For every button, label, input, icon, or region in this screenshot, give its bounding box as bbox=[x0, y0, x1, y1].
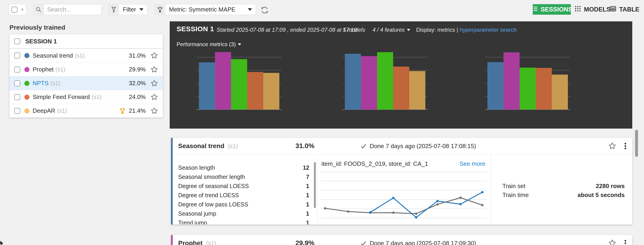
list-icon bbox=[531, 5, 538, 14]
param-label: Trend jump bbox=[178, 220, 207, 225]
model-row-prophet[interactable]: Prophet(s1)29.9% bbox=[10, 62, 163, 76]
tab-models[interactable]: MODELS bbox=[574, 4, 611, 15]
see-more-link[interactable]: See more bbox=[452, 160, 485, 167]
model-color-dot bbox=[24, 108, 30, 113]
bar-prophet[interactable] bbox=[361, 56, 377, 110]
bar-prophet[interactable] bbox=[504, 52, 520, 110]
data-point bbox=[436, 203, 439, 206]
star-icon[interactable] bbox=[150, 79, 158, 87]
filter-icon bbox=[109, 4, 119, 15]
param-value: 12 bbox=[303, 164, 309, 171]
session-group-header[interactable]: SESSION 1 bbox=[10, 34, 163, 49]
stat-label: Train time bbox=[502, 192, 529, 199]
data-point bbox=[392, 212, 394, 214]
model-color-dot bbox=[24, 95, 30, 100]
model-row-seasonal-trend[interactable]: Seasonal trend(s1)31.0% bbox=[10, 49, 163, 62]
sidebar-title: Previously trained bbox=[10, 24, 65, 31]
star-icon[interactable] bbox=[150, 93, 158, 101]
hyperparameter-search-link[interactable]: hyperparameter search bbox=[460, 27, 517, 33]
bar-chart-symmetric-mape: Symmetric MAPE bbox=[342, 49, 428, 111]
page-scrollbar-thumb[interactable] bbox=[635, 130, 638, 157]
model-row-simple-feed-forward[interactable]: Simple Feed Forward(s1)24.0% bbox=[10, 90, 163, 104]
features-dropdown[interactable]: 4 / 4 features bbox=[372, 27, 410, 33]
model-checkbox[interactable] bbox=[14, 53, 20, 58]
model-checkbox[interactable] bbox=[14, 108, 20, 114]
session-tag: (s1) bbox=[75, 52, 84, 59]
bar-seasonal-trend[interactable] bbox=[488, 62, 504, 110]
param-row-degree-of-trend-loess: Degree of trend LOESS1 bbox=[178, 191, 309, 200]
caret-down-icon bbox=[238, 43, 241, 45]
param-label: Degree of low pass LOESS bbox=[178, 201, 248, 208]
bar-simple-feed-forward[interactable] bbox=[536, 68, 552, 110]
bar-npts[interactable] bbox=[231, 59, 247, 110]
search-input[interactable] bbox=[44, 4, 101, 15]
bar-npts[interactable] bbox=[377, 52, 393, 110]
model-row-npts[interactable]: NPTS(s1)32.0% bbox=[10, 76, 163, 90]
tab-sessions[interactable]: SESSIONS bbox=[533, 4, 571, 15]
param-value: 1 bbox=[306, 220, 309, 225]
session-checkbox[interactable] bbox=[14, 38, 20, 44]
stat-value: 2280 rows bbox=[596, 183, 625, 190]
star-icon[interactable] bbox=[608, 142, 616, 150]
session-tag: (s1) bbox=[206, 240, 216, 245]
kebab-menu-icon[interactable] bbox=[621, 239, 630, 245]
metric-label: Metric: Symmetric MAPE bbox=[169, 6, 236, 13]
stat-label: Train set bbox=[502, 183, 525, 190]
metric-value: 29.9% bbox=[296, 239, 314, 245]
select-all-control[interactable]: ▾ bbox=[9, 4, 26, 15]
param-value: 1 bbox=[306, 201, 309, 208]
features-label: 4 / 4 features bbox=[372, 27, 405, 33]
performance-metrics-label: Performance metrics (3) bbox=[176, 41, 236, 47]
performance-metrics-toggle[interactable]: Performance metrics (3) bbox=[176, 41, 241, 47]
param-scrollbar-thumb[interactable] bbox=[314, 162, 316, 208]
metric-dropdown[interactable]: Metric: Symmetric MAPE bbox=[165, 4, 256, 15]
model-checkbox[interactable] bbox=[14, 67, 20, 73]
data-point bbox=[481, 191, 484, 193]
kebab-menu-icon[interactable] bbox=[621, 142, 630, 150]
tab-models-label: MODELS bbox=[584, 6, 611, 13]
tab-table[interactable]: TABLE bbox=[609, 4, 640, 15]
card-title: Seasonal trend (s1) bbox=[178, 142, 238, 150]
select-all-checkbox[interactable] bbox=[12, 7, 18, 13]
bar-prophet[interactable] bbox=[215, 52, 231, 110]
grid-dots-icon bbox=[574, 5, 582, 14]
data-point bbox=[415, 213, 417, 215]
param-row-season-length: Season length12 bbox=[178, 163, 309, 172]
card-body: Season length12Seasonal smoother length7… bbox=[173, 155, 632, 224]
metric-value: 24.0% bbox=[129, 93, 146, 101]
metric-value: 29.9% bbox=[129, 66, 146, 73]
bar-npts[interactable] bbox=[520, 68, 536, 110]
trophy-icon bbox=[155, 4, 165, 15]
bar-simple-feed-forward[interactable] bbox=[247, 72, 263, 110]
status-line: Done 7 days ago (2025-07-08 17:08:15) bbox=[360, 143, 476, 150]
star-icon[interactable] bbox=[608, 239, 616, 245]
star-icon[interactable] bbox=[150, 107, 158, 115]
model-color-dot bbox=[24, 53, 30, 58]
line-chart-title: item_id: FOODS_2_019, store_id: CA_1 bbox=[322, 160, 428, 167]
param-row-degree-of-low-pass-loess: Degree of low pass LOESS1 bbox=[178, 200, 309, 209]
bar-chart-mape: MAPE bbox=[196, 49, 282, 111]
search-icon bbox=[34, 4, 44, 15]
bar-deepar[interactable] bbox=[552, 75, 568, 110]
bar-deepar[interactable] bbox=[409, 71, 425, 110]
model-checkbox[interactable] bbox=[14, 94, 20, 100]
bar-simple-feed-forward[interactable] bbox=[393, 67, 409, 110]
star-icon[interactable] bbox=[150, 66, 158, 73]
bar-seasonal-trend[interactable] bbox=[345, 54, 361, 110]
bar-seasonal-trend[interactable] bbox=[199, 62, 215, 110]
model-row-deepar[interactable]: DeepAR(s1)21.4% bbox=[10, 104, 163, 118]
param-value: 7 bbox=[306, 174, 309, 180]
filter-dropdown[interactable]: Filter bbox=[119, 4, 147, 15]
data-point bbox=[324, 207, 326, 209]
refresh-icon[interactable] bbox=[260, 5, 269, 15]
model-name: Simple Feed Forward bbox=[33, 93, 90, 101]
bar-deepar[interactable] bbox=[263, 73, 279, 110]
column-divider bbox=[317, 155, 318, 224]
metric-value: 21.4% bbox=[129, 107, 146, 114]
session-tag: (s1) bbox=[56, 66, 65, 73]
star-icon[interactable] bbox=[150, 52, 158, 59]
param-value: 1 bbox=[306, 210, 309, 217]
stat-row-train-set: Train set2280 rows bbox=[502, 182, 625, 191]
status-line: Done 7 days ago (2025-07-08 17:09:30) bbox=[360, 240, 476, 245]
model-checkbox[interactable] bbox=[14, 80, 20, 86]
